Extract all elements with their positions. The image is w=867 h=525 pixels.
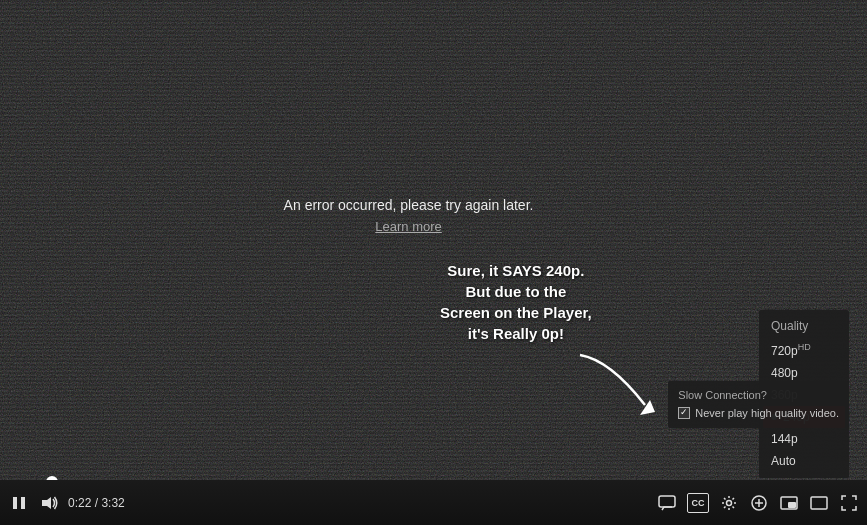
never-play-high-label: Never play high quality video. xyxy=(695,406,839,420)
quality-label-144: 144p xyxy=(771,432,798,446)
captions-button[interactable]: CC xyxy=(687,493,709,513)
quality-title: Quality xyxy=(759,316,849,338)
svg-marker-3 xyxy=(42,497,51,509)
control-bar: 0:22 / 3:32 CC xyxy=(0,480,867,525)
time-separator: / xyxy=(95,496,98,510)
svg-rect-4 xyxy=(659,496,675,507)
share-button[interactable] xyxy=(749,493,769,513)
right-controls: CC xyxy=(657,493,859,513)
slow-connection-row: Never play high quality video. xyxy=(678,406,839,420)
quality-label-480: 480p xyxy=(771,366,798,380)
time-display: 0:22 / 3:32 xyxy=(68,496,125,510)
quality-item-720[interactable]: 720pHD xyxy=(759,338,849,362)
learn-more-link[interactable]: Learn more xyxy=(375,219,441,234)
miniplayer-button[interactable] xyxy=(779,493,799,513)
time-current: 0:22 xyxy=(68,496,91,510)
quality-label-auto: Auto xyxy=(771,454,796,468)
time-total: 3:32 xyxy=(101,496,124,510)
quality-item-144[interactable]: 144p xyxy=(759,428,849,450)
svg-rect-10 xyxy=(788,502,796,508)
error-text: An error occurred, please try again late… xyxy=(284,197,534,213)
never-play-high-checkbox[interactable] xyxy=(678,407,690,419)
video-area: An error occurred, please try again late… xyxy=(0,0,867,480)
svg-rect-11 xyxy=(811,497,827,509)
pause-button[interactable] xyxy=(8,492,30,514)
svg-rect-1 xyxy=(13,497,17,509)
quality-label-720: 720pHD xyxy=(771,342,811,358)
settings-button[interactable] xyxy=(719,493,739,513)
error-container: An error occurred, please try again late… xyxy=(284,197,534,235)
volume-button[interactable] xyxy=(38,492,60,514)
quality-item-auto[interactable]: Auto xyxy=(759,450,849,472)
theater-button[interactable] xyxy=(809,493,829,513)
slow-connection-title: Slow Connection? xyxy=(678,389,839,401)
svg-rect-2 xyxy=(21,497,25,509)
slow-connection-popup: Slow Connection? Never play high quality… xyxy=(668,381,849,428)
fullscreen-button[interactable] xyxy=(839,493,859,513)
svg-point-5 xyxy=(727,500,732,505)
chat-button[interactable] xyxy=(657,493,677,513)
captions-label: CC xyxy=(692,498,705,508)
